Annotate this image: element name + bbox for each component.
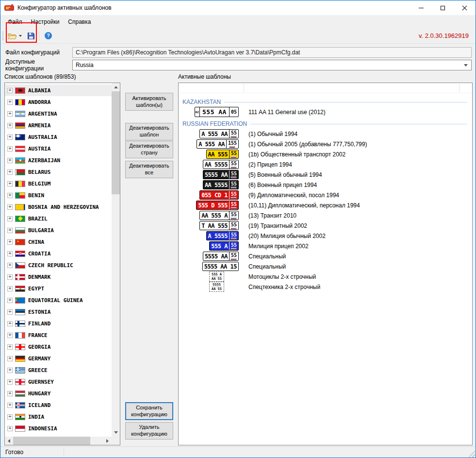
expand-plus-icon[interactable] bbox=[7, 414, 13, 420]
template-row[interactable]: AA 55555(1b) Общественный транспорт 2002 bbox=[182, 149, 468, 159]
country-row-iceland[interactable]: ICELAND bbox=[5, 399, 112, 411]
country-row-azerbaijan[interactable]: AZERBAIJAN bbox=[5, 154, 112, 166]
horizontal-scrollbar[interactable] bbox=[5, 437, 112, 445]
expand-plus-icon[interactable] bbox=[7, 181, 13, 187]
country-row-croatia[interactable]: CROATIA bbox=[5, 248, 112, 259]
template-row[interactable]: 555 D 55555(10,11) Дипломатический, перс… bbox=[182, 200, 468, 210]
country-row-georgia[interactable]: GEORGIA bbox=[5, 341, 112, 353]
country-row-denmark[interactable]: DENMARK bbox=[5, 271, 112, 283]
country-row-bosnia-and-herzegovina[interactable]: BOSNIA AND HERZEGOVINA bbox=[5, 201, 112, 213]
template-row[interactable]: 5555 AA55(5) Военный обычный 1994 bbox=[182, 170, 468, 180]
expand-plus-icon[interactable] bbox=[7, 356, 13, 361]
country-row-equatorial-guinea[interactable]: EQUATORIAL GUINEA bbox=[5, 294, 112, 306]
vertical-scrollbar[interactable] bbox=[112, 83, 120, 437]
scroll-down-button[interactable] bbox=[112, 428, 120, 437]
country-row-belgium[interactable]: BELGIUM bbox=[5, 178, 112, 189]
resize-grip[interactable] bbox=[469, 451, 475, 457]
country-row-indonesia[interactable]: INDONESIA bbox=[5, 423, 112, 434]
expand-plus-icon[interactable] bbox=[7, 216, 13, 221]
expand-plus-icon[interactable] bbox=[7, 333, 13, 338]
delete-configuration-button[interactable]: Удалить конфигурацию bbox=[125, 422, 173, 440]
country-row-france[interactable]: FRANCE bbox=[5, 329, 112, 341]
expand-plus-icon[interactable] bbox=[7, 204, 13, 210]
expand-plus-icon[interactable] bbox=[7, 251, 13, 256]
template-row[interactable]: 055 CD 155(9) Дипломатический, посол 199… bbox=[182, 190, 468, 200]
country-row-albania[interactable]: ALBANIA bbox=[5, 85, 112, 96]
country-row-australia[interactable]: AUSTRALIA bbox=[5, 131, 112, 143]
country-row-india[interactable]: INDIA bbox=[5, 411, 112, 423]
country-row-egypt[interactable]: EGYPT bbox=[5, 283, 112, 294]
vertical-scrollbar-thumb[interactable] bbox=[112, 91, 120, 194]
minimize-button[interactable] bbox=[410, 0, 432, 15]
expand-plus-icon[interactable] bbox=[7, 111, 13, 117]
expand-plus-icon[interactable] bbox=[7, 403, 13, 408]
horizontal-scrollbar-thumb[interactable] bbox=[13, 437, 90, 445]
scroll-left-button[interactable] bbox=[5, 437, 13, 445]
country-row-germany[interactable]: GERMANY bbox=[5, 353, 112, 364]
expand-plus-icon[interactable] bbox=[7, 123, 13, 128]
country-row-finland[interactable]: FINLAND bbox=[5, 318, 112, 329]
country-row-andorra[interactable]: ANDORRA bbox=[5, 96, 112, 108]
menu-settings[interactable]: Настройки bbox=[27, 17, 64, 27]
expand-plus-icon[interactable] bbox=[7, 368, 13, 373]
activate-templates-button[interactable]: Активировать шаблон(ы) bbox=[125, 93, 173, 111]
country-row-austria[interactable]: AUSTRIA bbox=[5, 143, 112, 154]
deactivate-all-button[interactable]: Деактивировать все bbox=[125, 161, 173, 178]
expand-plus-icon[interactable] bbox=[7, 193, 13, 198]
template-row[interactable]: AA 555555(6) Военный прицеп 1994 bbox=[182, 180, 468, 190]
template-row[interactable]: 555 AAA 55Мотоциклы 2-х строчный bbox=[182, 271, 468, 282]
template-row[interactable]: AA 555555(2) Прицеп 1994 bbox=[182, 159, 468, 170]
configuration-combobox[interactable]: Russia bbox=[72, 60, 472, 70]
expand-plus-icon[interactable] bbox=[7, 274, 13, 280]
help-button[interactable] bbox=[43, 31, 54, 41]
maximize-button[interactable] bbox=[432, 0, 454, 15]
template-row[interactable]: A 555 AA155(1) Обычный 2005 (добавлены 7… bbox=[182, 139, 468, 149]
scroll-up-button[interactable] bbox=[112, 83, 120, 91]
country-row-hungary[interactable]: HUNGARY bbox=[5, 388, 112, 399]
expand-plus-icon[interactable] bbox=[7, 263, 13, 268]
country-row-guernsey[interactable]: GUERNSEY bbox=[5, 376, 112, 388]
country-row-estonia[interactable]: ESTONIA bbox=[5, 306, 112, 318]
expand-plus-icon[interactable] bbox=[7, 239, 13, 245]
expand-plus-icon[interactable] bbox=[7, 309, 13, 315]
expand-plus-icon[interactable] bbox=[7, 158, 13, 163]
template-row[interactable]: 5555 AA 15Специальный bbox=[182, 261, 468, 271]
expand-plus-icon[interactable] bbox=[7, 228, 13, 233]
template-row[interactable]: T AA 55555(19) Транзитный 2002 bbox=[182, 221, 468, 231]
config-file-path-input[interactable] bbox=[72, 47, 472, 58]
close-button[interactable] bbox=[454, 0, 476, 15]
country-row-benin[interactable]: BENIN bbox=[5, 189, 112, 201]
deactivate-country-button[interactable]: Деактивировать страну bbox=[125, 141, 173, 158]
expand-plus-icon[interactable] bbox=[7, 88, 13, 93]
scroll-right-button[interactable] bbox=[103, 437, 112, 445]
expand-plus-icon[interactable] bbox=[7, 135, 13, 140]
template-row[interactable]: 5555AA 55Спецтехника 2-х строчный bbox=[182, 282, 468, 292]
expand-plus-icon[interactable] bbox=[7, 344, 13, 350]
deactivate-template-button[interactable]: Деактивировать шаблон bbox=[125, 123, 173, 140]
expand-plus-icon[interactable] bbox=[7, 170, 13, 175]
country-row-czech-republic[interactable]: CZECH REPUBLIC bbox=[5, 259, 112, 271]
country-row-greece[interactable]: GREECE bbox=[5, 364, 112, 376]
country-row-brazil[interactable]: BRAZIL bbox=[5, 213, 112, 224]
expand-plus-icon[interactable] bbox=[7, 100, 13, 105]
country-row-china[interactable]: CHINA bbox=[5, 236, 112, 248]
expand-plus-icon[interactable] bbox=[7, 146, 13, 152]
expand-plus-icon[interactable] bbox=[7, 298, 13, 303]
template-row[interactable]: 5555 AA55Специальный bbox=[182, 251, 468, 261]
menu-help[interactable]: Справка bbox=[64, 17, 95, 27]
expand-plus-icon[interactable] bbox=[7, 426, 13, 431]
country-row-bulgaria[interactable]: BULGARIA bbox=[5, 224, 112, 236]
expand-plus-icon[interactable] bbox=[7, 379, 13, 385]
template-row[interactable]: AA 555 A55(13) Транзит 2010 bbox=[182, 210, 468, 221]
template-row[interactable]: A 555 AA55(1) Обычный 1994 bbox=[182, 129, 468, 139]
country-row-armenia[interactable]: ARMENIA bbox=[5, 119, 112, 131]
expand-plus-icon[interactable] bbox=[7, 391, 13, 396]
template-row[interactable]: KZ555 AA05111 AA 11 General use (2012) bbox=[182, 107, 468, 117]
open-config-button[interactable] bbox=[6, 31, 24, 41]
country-row-belarus[interactable]: BELARUS bbox=[5, 166, 112, 178]
template-row[interactable]: 555 A55Милиция прицеп 2002 bbox=[182, 241, 468, 251]
template-row[interactable]: A 555555(20) Милиция обычный 2002 bbox=[182, 231, 468, 241]
menu-file[interactable]: Файл bbox=[3, 17, 27, 27]
save-configuration-button[interactable]: Сохранить конфигурацию bbox=[125, 402, 173, 420]
expand-plus-icon[interactable] bbox=[7, 286, 13, 291]
